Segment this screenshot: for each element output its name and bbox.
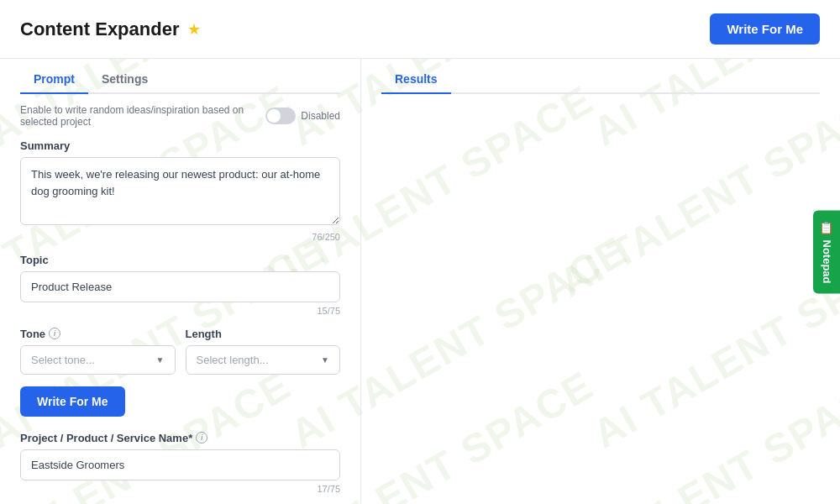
summary-textarea[interactable] [20,157,340,225]
main-layout: Content Expander ★ Write For Me Prompt S… [0,0,840,504]
notepad-icon: 📋 [820,221,833,235]
topic-group: Topic 15/75 [20,254,340,316]
page-title: Content Expander [20,18,179,40]
tone-label: Tone i [20,328,176,340]
notepad-tab[interactable]: 📋 Notepad [813,211,840,294]
length-label: Length [186,328,341,340]
length-group: Length Select length... ▼ [186,328,341,375]
tone-select[interactable]: Select tone... ▼ [20,345,176,375]
write-for-me-form-button[interactable]: Write For Me [20,386,125,417]
length-chevron-icon: ▼ [321,355,329,365]
project-name-info-icon[interactable]: i [196,432,207,444]
random-ideas-toggle[interactable] [265,108,296,124]
tone-length-row: Tone i Select tone... ▼ Length Select le… [20,328,340,375]
toggle-area: Disabled [265,108,340,124]
summary-label: Summary [20,139,340,152]
toggle-row: Enable to write random ideas/inspiration… [20,104,340,128]
content-area: Prompt Settings Enable to write random i… [0,59,840,504]
topic-label: Topic [20,254,340,266]
length-placeholder: Select length... [197,354,269,366]
topic-char-count: 15/75 [20,306,340,316]
star-icon[interactable]: ★ [187,20,201,39]
tone-info-icon[interactable]: i [49,328,60,339]
summary-group: Summary 76/250 [20,139,340,242]
left-panel: Prompt Settings Enable to write random i… [0,59,361,504]
write-for-me-header-button[interactable]: Write For Me [710,13,820,45]
tone-placeholder: Select tone... [31,354,95,366]
tab-settings[interactable]: Settings [88,66,161,94]
header-left: Content Expander ★ [20,18,201,40]
summary-char-count: 76/250 [20,232,340,242]
tone-chevron-icon: ▼ [156,355,165,365]
toggle-state-label: Disabled [301,110,340,122]
prompt-tabs: Prompt Settings [20,59,340,94]
length-select[interactable]: Select length... ▼ [186,345,341,375]
toggle-label: Enable to write random ideas/inspiration… [20,104,265,128]
results-tabs: Results [381,59,820,94]
project-name-input[interactable] [20,449,340,480]
tab-results[interactable]: Results [381,66,451,94]
project-name-char-count: 17/75 [20,484,340,494]
project-name-group: Project / Product / Service Name* i 17/7… [20,432,340,494]
tab-prompt[interactable]: Prompt [20,66,88,94]
header: Content Expander ★ Write For Me [0,0,840,59]
topic-input[interactable] [20,271,340,302]
project-name-label: Project / Product / Service Name* i [20,432,340,444]
right-panel: Results [361,59,840,504]
notepad-label: Notepad [821,240,833,284]
tone-group: Tone i Select tone... ▼ [20,328,176,375]
